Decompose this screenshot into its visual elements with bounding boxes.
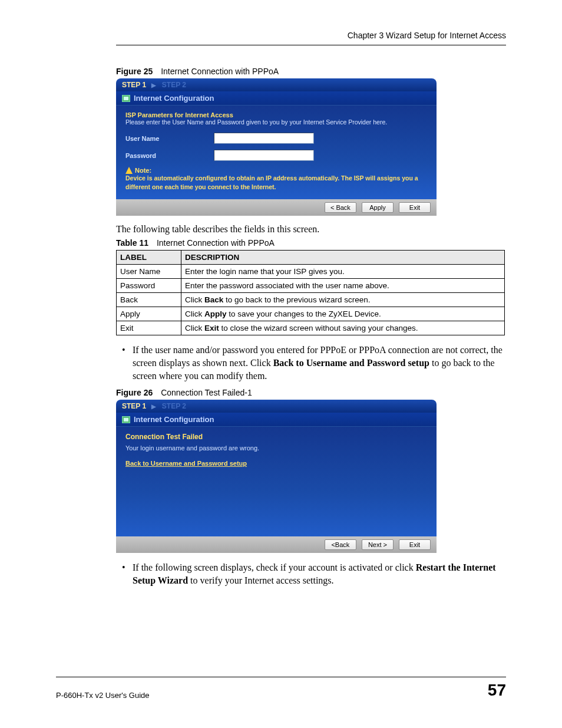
- config-icon: [122, 95, 130, 102]
- table-11-caption: Table 11 Internet Connection with PPPoA: [116, 238, 506, 248]
- wizard-body: ISP Parameters for Internet Access Pleas…: [116, 106, 437, 199]
- next-button[interactable]: Next >: [362, 539, 394, 550]
- username-input[interactable]: [214, 133, 314, 144]
- cell-desc: Enter the login name that your ISP gives…: [181, 265, 505, 279]
- step-2: STEP 2: [162, 81, 186, 89]
- wizard-step-bar: STEP 1 ▶ STEP 2: [116, 78, 437, 91]
- warning-icon: [125, 167, 133, 174]
- figure-26-caption: Figure 26 Connection Test Failed-1: [116, 388, 506, 397]
- isp-params-instruction: Please enter the User Name and Password …: [125, 118, 427, 126]
- note-text: Device is automatically configured to ob…: [125, 174, 427, 191]
- wizard-footer: < Back Apply Exit: [116, 199, 437, 216]
- th-description: DESCRIPTION: [181, 251, 505, 265]
- username-label: User Name: [125, 135, 214, 142]
- table-11-num: Table 11: [116, 238, 148, 248]
- wizard-fig25: STEP 1 ▶ STEP 2 Internet Configuration I…: [116, 78, 437, 216]
- figure-26-num: Figure 26: [116, 388, 153, 397]
- exit-button[interactable]: Exit: [399, 539, 431, 550]
- bullet-2: • If the following screen displays, chec…: [122, 561, 506, 587]
- wizard-title-bar: Internet Configuration: [116, 91, 437, 106]
- wizard-title-text: Internet Configuration: [134, 94, 214, 103]
- apply-button[interactable]: Apply: [362, 202, 394, 213]
- back-button[interactable]: <Back: [325, 539, 356, 550]
- cell-label: Apply: [117, 307, 181, 321]
- table-row: Apply Click Apply to save your changes t…: [117, 307, 505, 321]
- wizard-fig26: STEP 1 ▶ STEP 2 Internet Configuration C…: [116, 400, 437, 553]
- table-row: Exit Click Exit to close the wizard scre…: [117, 321, 505, 335]
- step-2: STEP 2: [162, 402, 186, 410]
- bullet-1: • If the user name and/or password you e…: [122, 344, 506, 382]
- figure-25-title: Internet Connection with PPPoA: [161, 67, 279, 76]
- cell-label: Password: [117, 279, 181, 293]
- cell-desc: Enter the password associated with the u…: [181, 279, 505, 293]
- wizard-footer: <Back Next > Exit: [116, 536, 437, 553]
- exit-button[interactable]: Exit: [399, 202, 431, 213]
- password-label: Password: [125, 152, 214, 159]
- back-button[interactable]: < Back: [325, 202, 356, 213]
- table-row: Back Click Back to go back to the previo…: [117, 293, 505, 307]
- chapter-header: Chapter 3 Wizard Setup for Internet Acce…: [116, 31, 506, 45]
- step-separator-icon: ▶: [151, 82, 156, 88]
- cell-desc: Click Exit to close the wizard screen wi…: [181, 321, 505, 335]
- password-input[interactable]: [214, 150, 314, 161]
- page-footer: P-660H-Tx v2 User's Guide 57: [56, 677, 506, 700]
- back-to-username-link[interactable]: Back to Username and Password setup: [125, 460, 427, 467]
- cell-label: Back: [117, 293, 181, 307]
- step-separator-icon: ▶: [151, 403, 156, 410]
- wizard-step-bar: STEP 1 ▶ STEP 2: [116, 400, 437, 413]
- cell-label: User Name: [117, 265, 181, 279]
- cell-desc: Click Apply to save your changes to the …: [181, 307, 505, 321]
- step-1: STEP 1: [122, 81, 146, 89]
- cell-desc: Click Back to go back to the previous wi…: [181, 293, 505, 307]
- wizard-title-text: Internet Configuration: [134, 415, 214, 424]
- note-label: Note:: [135, 167, 151, 174]
- table-intro-text: The following table describes the fields…: [116, 224, 506, 235]
- figure-25-num: Figure 25: [116, 67, 153, 76]
- guide-name: P-660H-Tx v2 User's Guide: [56, 691, 150, 700]
- figure-26-title: Connection Test Failed-1: [161, 388, 252, 397]
- cell-label: Exit: [117, 321, 181, 335]
- config-icon: [122, 416, 130, 423]
- figure-25-caption: Figure 25 Internet Connection with PPPoA: [116, 67, 506, 76]
- page-number: 57: [488, 681, 506, 700]
- step-1: STEP 1: [122, 402, 146, 410]
- th-label: LABEL: [117, 251, 181, 265]
- table-11: LABEL DESCRIPTION User Name Enter the lo…: [116, 250, 505, 335]
- table-11-title: Internet Connection with PPPoA: [157, 238, 275, 248]
- wizard-title-bar: Internet Configuration: [116, 413, 437, 427]
- note-heading: Note:: [125, 167, 427, 174]
- connection-failed-message: Your login username and password are wro…: [125, 444, 427, 452]
- isp-params-heading: ISP Parameters for Internet Access: [125, 111, 427, 118]
- wizard-body: Connection Test Failed Your login userna…: [116, 427, 437, 536]
- connection-failed-heading: Connection Test Failed: [125, 433, 427, 441]
- table-row: Password Enter the password associated w…: [117, 279, 505, 293]
- table-row: User Name Enter the login name that your…: [117, 265, 505, 279]
